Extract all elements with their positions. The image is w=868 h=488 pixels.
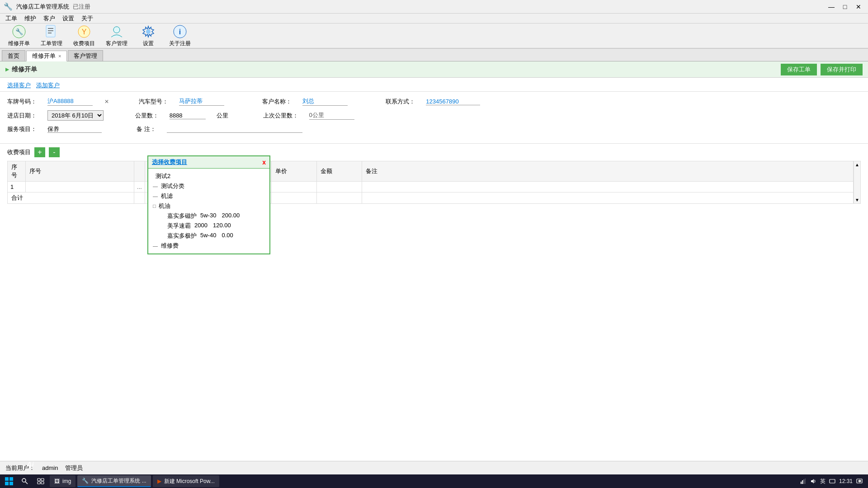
- mileage-input[interactable]: [170, 112, 206, 119]
- settings-icon: [141, 24, 156, 39]
- name-input[interactable]: [28, 183, 131, 190]
- svg-rect-24: [803, 479, 804, 484]
- img-label: img: [62, 478, 71, 484]
- entry-date-select[interactable]: 2018年 6月10日: [47, 110, 104, 121]
- cell-price[interactable]: [272, 182, 317, 192]
- popup-item-jiasd-1[interactable]: 嘉实多磁护 5w-30 200.00: [158, 211, 266, 221]
- menu-maintain[interactable]: 维护: [21, 14, 40, 23]
- section-title: 维修开单: [5, 66, 37, 74]
- note-input[interactable]: [365, 183, 850, 190]
- svg-text:i: i: [179, 28, 181, 36]
- service-label: 服务项目：: [7, 125, 37, 133]
- svg-line-17: [25, 482, 28, 484]
- add-customer-link[interactable]: 添加客户: [36, 81, 60, 89]
- svg-rect-13: [9, 477, 13, 481]
- ppt-label: 新建 Microsoft Pow...: [164, 478, 215, 485]
- charge-title: 收费项目: [7, 148, 31, 156]
- price-input[interactable]: [274, 183, 314, 190]
- add-charge-btn[interactable]: +: [34, 147, 45, 157]
- svg-point-9: [146, 29, 151, 34]
- popup-item-ceshi-group[interactable]: — 测试分类: [152, 181, 266, 191]
- menu-workorder[interactable]: 工单: [2, 14, 21, 23]
- menu-about[interactable]: 关于: [78, 14, 97, 23]
- cell-seq: 1: [8, 182, 26, 192]
- clock: 12:31: [839, 478, 853, 484]
- item-name: 嘉实多磁护: [167, 212, 197, 220]
- start-button[interactable]: [2, 474, 16, 488]
- cell-note[interactable]: [362, 182, 854, 192]
- taskbar-task-view[interactable]: [33, 475, 48, 487]
- entry-date-label: 进店日期：: [7, 112, 37, 120]
- item-label: 机滤: [161, 192, 173, 199]
- main-app-icon: 🔧: [82, 478, 89, 484]
- plate-value: 沪A88888: [47, 97, 93, 106]
- svg-text:🔧: 🔧: [15, 28, 24, 36]
- customer-actions-bar: 选择客户 添加客户: [0, 78, 868, 92]
- save-button[interactable]: 保存工单: [781, 64, 817, 75]
- item-label: 维修费: [161, 242, 179, 249]
- toolbar-repair-open[interactable]: 🔧 维修开单: [4, 23, 34, 49]
- svg-rect-19: [41, 479, 44, 481]
- taskbar: 🖼 img 🔧 汽修店工单管理系统 ... ▶ 新建 Microsoft Pow…: [0, 474, 868, 488]
- popup-item-weixiu[interactable]: — 维修费: [152, 241, 266, 251]
- svg-point-16: [22, 479, 26, 482]
- toolbar-customer-label: 客户管理: [106, 40, 127, 47]
- svg-rect-18: [38, 479, 40, 481]
- customer-name-label: 客户名称：: [262, 98, 292, 106]
- select-customer-link[interactable]: 选择客户: [7, 81, 31, 89]
- svg-rect-25: [805, 479, 806, 484]
- popup-item-jiyou-group[interactable]: □ 机油: [152, 201, 266, 211]
- popup-title[interactable]: 选择收费项目: [152, 158, 187, 166]
- total-row: 合计: [8, 192, 854, 204]
- popup-item-jilv[interactable]: — 机滤: [152, 191, 266, 201]
- charge-section: 收费项目 + - 序号 序号 型号 数量 单位 单价: [0, 144, 868, 207]
- toolbar-customer[interactable]: 客户管理: [101, 23, 132, 49]
- toolbar-charge[interactable]: Y 收费项目: [69, 23, 99, 49]
- tab-repair-open[interactable]: 维修开单 ×: [26, 51, 67, 61]
- maximize-button[interactable]: □: [839, 2, 851, 11]
- close-button[interactable]: ✕: [853, 2, 864, 11]
- toolbar-workorder[interactable]: 工单管理: [36, 23, 67, 49]
- del-charge-btn[interactable]: -: [49, 147, 60, 157]
- toolbar-settings[interactable]: 设置: [134, 23, 163, 49]
- taskbar-search[interactable]: [18, 475, 32, 487]
- plate-clear-btn[interactable]: ✕: [104, 99, 109, 105]
- menu-customer[interactable]: 客户: [40, 14, 59, 23]
- svg-rect-23: [802, 480, 803, 484]
- popup-item-jiasd-2[interactable]: 嘉实多极护 5w-40 0.00: [158, 231, 266, 241]
- taskbar-main-app[interactable]: 🔧 汽修店工单管理系统 ...: [77, 475, 151, 487]
- cell-dots[interactable]: ...: [134, 182, 145, 192]
- toolbar-workorder-label: 工单管理: [41, 40, 62, 47]
- service-input[interactable]: [47, 126, 102, 133]
- select-charge-popup[interactable]: 选择收费项目 x 测试2 — 测试分类 — 机滤: [147, 155, 270, 254]
- amount-input[interactable]: [320, 183, 359, 190]
- notification-icon[interactable]: 💬: [856, 478, 863, 484]
- minimize-button[interactable]: —: [826, 2, 837, 11]
- tab-customer-mgmt[interactable]: 客户管理: [68, 50, 103, 61]
- toolbar: 🔧 维修开单 工单管理 Y 收费项目 客户管理 设置: [0, 23, 868, 49]
- menu-settings[interactable]: 设置: [59, 14, 78, 23]
- save-print-button[interactable]: 保存并打印: [821, 64, 863, 75]
- repair-open-icon: 🔧: [12, 24, 26, 39]
- popup-item-ceshi2[interactable]: 测试2: [152, 171, 266, 181]
- car-type-label: 汽车型号：: [139, 98, 168, 106]
- taskbar-img-app[interactable]: 🖼 img: [50, 475, 75, 487]
- toolbar-about[interactable]: i 关于注册: [165, 23, 195, 49]
- cell-name[interactable]: [26, 182, 134, 192]
- col-header-amount: 金额: [317, 161, 362, 182]
- item-name: 嘉实多极护: [167, 232, 197, 240]
- svg-rect-2: [46, 25, 55, 37]
- popup-content: 测试2 — 测试分类 — 机滤 □ 机油: [148, 169, 269, 253]
- notes-input[interactable]: [167, 126, 302, 133]
- cell-amount[interactable]: [317, 182, 362, 192]
- mileage-unit: 公里: [217, 112, 228, 120]
- registered-badge: 已注册: [73, 3, 90, 11]
- popup-close-btn[interactable]: x: [262, 159, 266, 166]
- taskbar-ppt-app[interactable]: ▶ 新建 Microsoft Pow...: [153, 475, 219, 487]
- popup-item-mobil[interactable]: 美孚速霸 2000 120.00: [158, 221, 266, 231]
- toolbar-repair-label: 维修开单: [8, 40, 30, 47]
- scroll-up-btn[interactable]: ▲: [854, 161, 860, 168]
- tab-repair-close[interactable]: ×: [58, 53, 61, 59]
- scroll-down-btn[interactable]: ▼: [854, 197, 860, 203]
- tab-home[interactable]: 首页: [2, 50, 25, 61]
